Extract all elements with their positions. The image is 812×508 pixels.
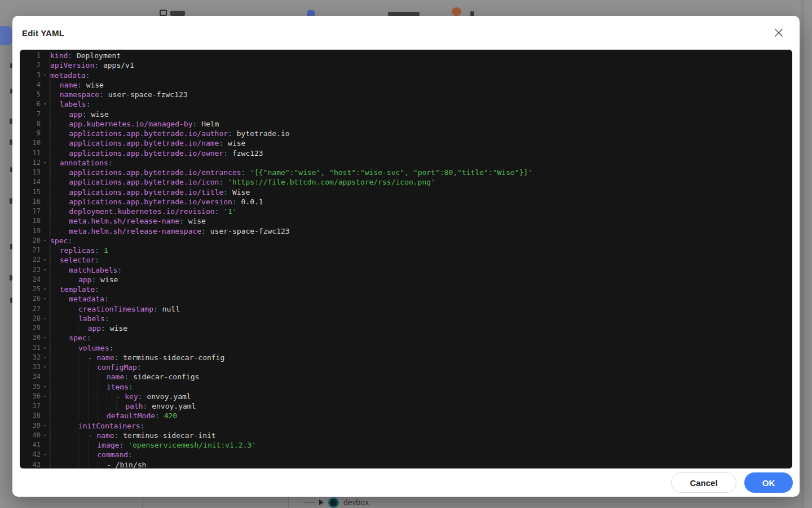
indent-guide bbox=[60, 363, 69, 371]
yaml-editor[interactable]: 1kind: Deployment2apiVersion: apps/v13▾m… bbox=[20, 50, 792, 468]
fold-arrow-icon[interactable]: ▾ bbox=[41, 71, 49, 80]
fold-arrow-icon[interactable]: ▾ bbox=[41, 431, 49, 440]
fold-gutter bbox=[41, 138, 49, 148]
fold-arrow-icon[interactable]: ▾ bbox=[41, 343, 49, 353]
fold-gutter bbox=[41, 197, 49, 207]
code-text: annotations: bbox=[50, 158, 113, 168]
code-text: spec: bbox=[50, 333, 91, 343]
fold-gutter bbox=[41, 440, 49, 450]
indent-guide bbox=[69, 461, 78, 469]
fold-gutter bbox=[41, 60, 49, 70]
fold-arrow-icon[interactable]: ▾ bbox=[41, 450, 49, 459]
fold-arrow-icon[interactable]: ▾ bbox=[41, 353, 49, 362]
code-text: applications.app.bytetrade.io/version: 0… bbox=[50, 197, 263, 207]
gutter-separator bbox=[49, 275, 50, 284]
indent-guide bbox=[60, 129, 69, 138]
indent-guide bbox=[60, 402, 69, 410]
indent-guide bbox=[50, 324, 60, 332]
indent-guide bbox=[60, 198, 69, 206]
indent-guide bbox=[78, 373, 88, 381]
line-number: 36 bbox=[20, 392, 41, 401]
indent-guide bbox=[88, 392, 98, 401]
fold-gutter bbox=[41, 216, 49, 226]
code-line: 27 creationTimestamp: null bbox=[20, 304, 792, 314]
gutter-separator bbox=[49, 304, 50, 314]
code-text: - name: terminus-sidecar-init bbox=[50, 431, 216, 440]
line-number: 35 bbox=[20, 382, 41, 392]
line-number: 8 bbox=[20, 119, 41, 129]
indent-guide bbox=[69, 363, 78, 371]
fold-arrow-icon[interactable]: ▾ bbox=[41, 392, 49, 401]
gutter-separator bbox=[49, 440, 50, 450]
indent-guide bbox=[50, 110, 60, 119]
fold-arrow-icon[interactable]: ▾ bbox=[41, 333, 49, 343]
gutter-separator bbox=[49, 99, 50, 109]
code-line: 33▾ configMap: bbox=[20, 362, 792, 372]
code-text: app: wise bbox=[50, 275, 118, 284]
line-number: 38 bbox=[20, 411, 41, 421]
ok-button[interactable]: OK bbox=[744, 472, 793, 493]
fold-gutter bbox=[41, 275, 49, 284]
fold-arrow-icon[interactable]: ▾ bbox=[41, 382, 49, 392]
code-line: 15 applications.app.bytetrade.io/title: … bbox=[20, 187, 792, 197]
code-line: 25▾ template: bbox=[20, 284, 792, 294]
indent-guide bbox=[50, 81, 60, 89]
indent-guide bbox=[88, 402, 98, 410]
indent-guide bbox=[50, 383, 60, 391]
code-line: 19 meta.helm.sh/release-namespace: user-… bbox=[20, 226, 792, 236]
gutter-separator bbox=[49, 226, 50, 236]
code-text: name: sidecar-configs bbox=[50, 372, 199, 382]
indent-guide bbox=[60, 353, 69, 362]
fold-arrow-icon[interactable]: ▾ bbox=[41, 158, 49, 168]
line-number: 11 bbox=[20, 148, 41, 158]
fold-arrow-icon[interactable]: ▾ bbox=[41, 265, 49, 275]
expand-arrow-icon bbox=[319, 500, 324, 505]
fold-arrow-icon[interactable]: ▾ bbox=[41, 255, 49, 265]
code-line: 22▾ selector: bbox=[20, 255, 792, 265]
gutter-separator bbox=[49, 294, 50, 304]
indent-guide bbox=[50, 305, 60, 313]
code-text: deployment.kubernetes.io/revision: '1' bbox=[50, 207, 237, 216]
gutter-separator bbox=[49, 246, 50, 255]
fold-arrow-icon[interactable]: ▾ bbox=[41, 362, 49, 372]
indent-guide bbox=[78, 461, 88, 469]
line-number: 43 bbox=[20, 460, 41, 469]
indent-guide bbox=[78, 441, 88, 449]
code-text: - /bin/sh bbox=[50, 460, 146, 469]
indent-guide bbox=[69, 411, 78, 420]
cancel-button[interactable]: Cancel bbox=[671, 472, 736, 493]
indent-guide bbox=[97, 411, 107, 420]
devbox-label: devbox bbox=[343, 498, 369, 507]
fold-arrow-icon[interactable]: ▾ bbox=[41, 314, 49, 323]
fold-arrow-icon[interactable]: ▾ bbox=[41, 294, 49, 304]
fold-gutter bbox=[41, 207, 49, 216]
indent-guide bbox=[69, 402, 78, 410]
code-line: 2apiVersion: apps/v1 bbox=[20, 60, 792, 70]
code-text: metadata: bbox=[50, 71, 90, 80]
fold-gutter bbox=[41, 148, 49, 158]
indent-guide bbox=[60, 373, 69, 381]
code-line: 39▾ initContainers: bbox=[20, 421, 792, 431]
line-number: 20 bbox=[20, 236, 41, 246]
code-line: 24 app: wise bbox=[20, 275, 792, 284]
indent-guide bbox=[60, 431, 69, 440]
close-button[interactable] bbox=[771, 25, 786, 40]
fold-arrow-icon[interactable]: ▾ bbox=[41, 284, 49, 294]
code-text: volumes: bbox=[50, 343, 114, 353]
indent-guide bbox=[50, 198, 60, 206]
fold-arrow-icon[interactable]: ▾ bbox=[41, 236, 49, 246]
code-line: 13 applications.app.bytetrade.io/entranc… bbox=[20, 168, 792, 177]
fold-arrow-icon[interactable]: ▾ bbox=[41, 421, 49, 431]
gutter-separator bbox=[49, 236, 50, 246]
line-number: 13 bbox=[20, 168, 41, 177]
fold-arrow-icon[interactable]: ▾ bbox=[41, 99, 49, 109]
code-text: image: 'openservicemesh/init:v1.2.3' bbox=[50, 440, 256, 450]
indent-guide bbox=[50, 139, 60, 147]
background-column-line bbox=[288, 497, 289, 508]
indent-guide bbox=[50, 266, 60, 274]
line-number: 5 bbox=[20, 90, 41, 99]
indent-guide bbox=[69, 450, 78, 459]
indent-guide bbox=[60, 110, 69, 119]
modal-footer: Cancel OK bbox=[12, 468, 800, 497]
indent-guide bbox=[69, 275, 78, 284]
